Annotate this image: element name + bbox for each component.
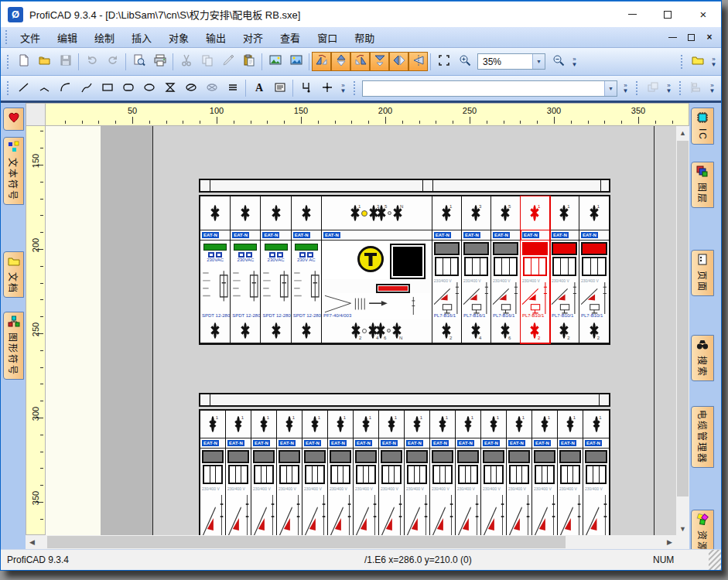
breaker-module-PL7-B16/1[interactable]: 1EAT·N 230/400 VPL7-B16/1 [200,411,226,535]
flip-down-button[interactable] [370,52,389,71]
breaker-toggle[interactable] [463,242,489,255]
scroll-up-icon[interactable]: ▲ [676,126,689,139]
minimize-button[interactable] [614,2,650,27]
open-button[interactable] [35,52,54,71]
crossed-ellipse-2-tool-button[interactable] [202,79,221,98]
hatch-lines-tool-button[interactable] [223,79,242,98]
breaker-toggle[interactable] [355,450,377,463]
cut-button[interactable] [176,52,196,71]
breaker-module-PL7-B16/1[interactable]: 1EAT·N 230/400 VPL7-B16/1 [328,411,354,535]
breaker-module-PL7-B16/1[interactable]: 5EAT·N 230/400 VPL7-B16/16 [491,196,521,343]
style-combo-grip[interactable] [352,81,357,95]
menubar-grip[interactable] [4,30,9,44]
spd-module-SPDT 12-280[interactable]: EAT·N230VAC SPDT 12-280 [261,196,291,343]
menu-绘制[interactable]: 绘制 [86,27,123,48]
mdi-restore-button[interactable] [685,34,696,41]
breaker-module-PL7-B10/1[interactable]: 1EAT·N 230/400 VPL7-B10/12 [579,196,609,343]
right-tab-电缆管理器[interactable]: 电缆管理器 [691,406,714,468]
connection-node-tool-button[interactable] [296,79,316,98]
zoom-out-button[interactable] [549,52,568,71]
breaker-module-PL7-B16/1[interactable]: 1EAT·N 230/400 VPL7-B16/1 [354,411,379,535]
mdi-close-button[interactable]: × [704,32,715,43]
undo-button[interactable] [82,52,101,71]
export-image-button[interactable] [265,52,285,71]
rotate-left-button[interactable] [312,52,331,71]
vertical-scroll-thumb[interactable] [677,141,689,496]
rcd-test-knob[interactable] [357,246,384,272]
format-painter-button[interactable] [218,52,238,71]
close-button[interactable]: × [685,2,721,27]
spd-module-SPDT 12-280[interactable]: EAT·N230V AC SPDT 12-280 [292,196,322,343]
breaker-module-PL7-B16/1[interactable]: 1EAT·N 230/400 VPL7-B16/1 [583,411,609,535]
breaker-toggle[interactable] [434,242,460,255]
line-tool-button[interactable] [14,79,33,98]
align-toolbar-grip[interactable] [678,81,682,95]
breaker-module-PL7-B16/1[interactable]: 1EAT·N 230/400 VPL7-B16/1 [302,411,328,535]
print-preview-button[interactable] [129,52,149,71]
distribution-panel-bottom[interactable]: 1EAT·N 230/400 VPL7-B16/11EAT·N 230/400 … [199,393,610,535]
rounded-rectangle-tool-button[interactable] [118,79,138,98]
insert-image-button[interactable] [286,52,306,71]
left-tab-文本符号[interactable]: 文本符号 [3,137,24,205]
ellipse-tool-button[interactable] [139,79,159,98]
breaker-toggle[interactable] [508,450,530,463]
save-button[interactable] [56,52,75,71]
rcd-main-switch[interactable] [390,244,426,279]
breaker-module-PL7-B16/1[interactable]: 1EAT·N 230/400 VPL7-B16/1 [277,411,302,535]
breaker-module-PL7-B10/1[interactable]: 1EAT·N 230/400 VPL7-B10/12 [521,196,550,343]
breaker-module-PL7-B16/1[interactable]: 1EAT·N 230/400 VPL7-B16/1 [532,411,558,535]
breaker-module-PL7-B16/1[interactable]: 1EAT·N 230/400 VPL7-B16/1 [251,411,277,535]
zoom-combobox[interactable]: 35%▼ [477,53,545,70]
toolbar-grip[interactable] [5,55,10,69]
menu-插入[interactable]: 插入 [123,27,160,48]
breaker-toggle[interactable] [522,242,548,255]
library-overflow-button[interactable]: »▼ [709,52,719,71]
right-tab-资源管理[interactable]: 资源管理 [691,510,714,549]
breaker-toggle[interactable] [493,242,518,255]
group-button[interactable] [643,79,662,98]
group-toolbar-grip[interactable] [634,81,639,95]
drawing-toolbar-grip[interactable] [5,81,10,95]
breaker-toggle[interactable] [381,450,402,463]
menu-编辑[interactable]: 编辑 [49,27,86,48]
library-toolbar-grip[interactable] [679,55,684,69]
bezier-tool-button[interactable] [77,79,96,98]
horizontal-scrollbar[interactable]: ◀ ▶ [26,535,676,549]
text-block-tool-button[interactable] [270,79,289,98]
rcd-module-PF7-40/4/003[interactable]: 135NEAT·N PF7-40/4/003246N [322,196,432,343]
breaker-toggle[interactable] [585,450,607,463]
breaker-toggle[interactable] [581,242,607,255]
group-overflow-button[interactable]: »▼ [664,79,674,98]
scroll-left-icon[interactable]: ◀ [26,535,39,549]
breaker-module-PL7-B16/1[interactable]: 1EAT·N 230/400 VPL7-B16/1 [507,411,532,535]
zoom-in-button[interactable] [455,52,474,71]
arc-tool-button[interactable] [56,79,75,98]
flip-horizontal-button[interactable] [389,52,408,71]
breaker-module-PL7-B16/1[interactable]: 1EAT·N 230/400 VPL7-B16/1 [481,411,507,535]
left-tab-favorites[interactable] [3,107,24,131]
breaker-module-PL7-B16/1[interactable]: 1EAT·N 230/400 VPL7-B16/1 [558,411,583,535]
style-overflow-button[interactable]: »▼ [620,79,631,98]
polyline-tool-button[interactable] [35,79,54,98]
breaker-toggle[interactable] [457,450,479,463]
menu-帮助[interactable]: 帮助 [346,27,383,48]
rotate-right-button[interactable] [350,52,370,71]
breaker-toggle[interactable] [279,450,300,463]
flip-vertical-button[interactable] [331,52,350,71]
align-button[interactable] [686,79,706,98]
breaker-module-PL7-B16/1[interactable]: 1EAT·N 230/400 VPL7-B16/12 [432,196,462,343]
breaker-module-PL7-B16/1[interactable]: 1EAT·N 230/400 VPL7-B16/1 [405,411,430,535]
library-folder-button[interactable] [688,52,707,71]
drawing-overflow-button[interactable]: »▼ [338,79,348,98]
breaker-toggle[interactable] [534,450,555,463]
hourglass-tool-button[interactable] [160,79,179,98]
text-tool-button[interactable]: A [249,79,268,98]
breaker-toggle[interactable] [559,450,581,463]
menu-输出[interactable]: 输出 [197,27,234,48]
redo-button[interactable] [103,52,122,71]
print-button[interactable] [150,52,169,71]
breaker-module-PL7-B16/1[interactable]: 3EAT·N 230/400 VPL7-B16/14 [462,196,491,343]
breaker-toggle[interactable] [304,450,326,463]
breaker-toggle[interactable] [406,450,428,463]
right-tab-搜索[interactable]: 搜索 [691,335,714,381]
